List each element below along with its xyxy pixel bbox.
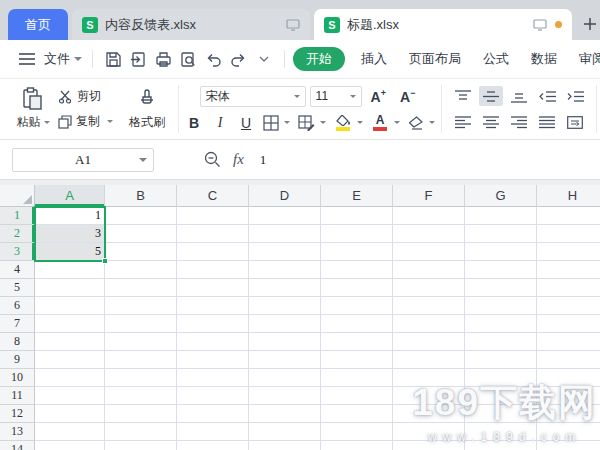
document-tab-title[interactable]: S 标题.xlsx [314, 9, 572, 40]
cell-A9[interactable] [35, 351, 105, 369]
cell-D5[interactable] [249, 279, 321, 297]
cell-C11[interactable] [177, 387, 249, 405]
cell-D6[interactable] [249, 297, 321, 315]
cell-G6[interactable] [465, 297, 537, 315]
cell-F6[interactable] [393, 297, 465, 315]
cell-C5[interactable] [177, 279, 249, 297]
ribbon-tab-formulas[interactable]: 公式 [472, 50, 520, 68]
align-bottom-button[interactable] [507, 86, 531, 106]
cell-B12[interactable] [105, 405, 177, 423]
insert-function-icon[interactable]: fx [233, 151, 244, 168]
align-top-button[interactable] [451, 86, 475, 106]
draw-border-button[interactable] [296, 115, 328, 131]
align-center-button[interactable] [479, 112, 503, 132]
ribbon-tab-insert[interactable]: 插入 [350, 50, 398, 68]
ribbon-tab-home[interactable]: 开始 [293, 47, 345, 71]
cell-H12[interactable] [537, 405, 600, 423]
zoom-out-formula-icon[interactable] [204, 151, 221, 168]
cell-A7[interactable] [35, 315, 105, 333]
cell-A14[interactable] [35, 441, 105, 450]
cell-G4[interactable] [465, 261, 537, 279]
cell-E3[interactable] [321, 243, 393, 261]
font-name-select[interactable]: 宋体 [200, 86, 306, 107]
redo-button[interactable] [226, 47, 251, 72]
cell-G2[interactable] [465, 225, 537, 243]
cell-D10[interactable] [249, 369, 321, 387]
more-quick-commands-button[interactable] [251, 47, 276, 72]
cell-G8[interactable] [465, 333, 537, 351]
cell-G3[interactable] [465, 243, 537, 261]
decrease-font-size-button[interactable]: A− [395, 88, 420, 105]
cell-G10[interactable] [465, 369, 537, 387]
cell-G13[interactable] [465, 423, 537, 441]
cell-C4[interactable] [177, 261, 249, 279]
home-tab[interactable]: 首页 [8, 9, 68, 40]
cell-B10[interactable] [105, 369, 177, 387]
cell-D14[interactable] [249, 441, 321, 450]
row-header-13[interactable]: 13 [0, 423, 35, 441]
cell-A6[interactable] [35, 297, 105, 315]
cut-button[interactable]: 剪切 [58, 88, 122, 105]
cell-G14[interactable] [465, 441, 537, 450]
cell-H4[interactable] [537, 261, 600, 279]
cell-A2[interactable]: 3 [35, 225, 105, 243]
cell-B8[interactable] [105, 333, 177, 351]
cell-G9[interactable] [465, 351, 537, 369]
cell-G1[interactable] [465, 207, 537, 225]
cell-E8[interactable] [321, 333, 393, 351]
cell-F7[interactable] [393, 315, 465, 333]
cell-G5[interactable] [465, 279, 537, 297]
document-tab-feedback[interactable]: S 内容反馈表.xlsx [72, 9, 310, 40]
column-header-D[interactable]: D [249, 185, 321, 207]
font-color-button[interactable]: A [369, 115, 402, 131]
format-painter-button[interactable]: 格式刷 [122, 87, 172, 131]
cell-F12[interactable] [393, 405, 465, 423]
cell-F10[interactable] [393, 369, 465, 387]
cell-D3[interactable] [249, 243, 321, 261]
cell-H7[interactable] [537, 315, 600, 333]
cell-H14[interactable] [537, 441, 600, 450]
font-size-select[interactable]: 11 [310, 86, 362, 107]
cell-E6[interactable] [321, 297, 393, 315]
cell-F5[interactable] [393, 279, 465, 297]
ribbon-tab-page-layout[interactable]: 页面布局 [398, 50, 472, 68]
cell-C7[interactable] [177, 315, 249, 333]
cell-C8[interactable] [177, 333, 249, 351]
cell-B7[interactable] [105, 315, 177, 333]
column-header-C[interactable]: C [177, 185, 249, 207]
cell-B4[interactable] [105, 261, 177, 279]
increase-indent-button[interactable] [563, 86, 587, 106]
cell-C13[interactable] [177, 423, 249, 441]
cell-B11[interactable] [105, 387, 177, 405]
cell-E12[interactable] [321, 405, 393, 423]
cell-A13[interactable] [35, 423, 105, 441]
export-button[interactable] [126, 47, 151, 72]
new-tab-button[interactable] [580, 12, 600, 36]
cell-G12[interactable] [465, 405, 537, 423]
cell-D4[interactable] [249, 261, 321, 279]
column-header-E[interactable]: E [321, 185, 393, 207]
cell-C14[interactable] [177, 441, 249, 450]
cell-F14[interactable] [393, 441, 465, 450]
cell-F13[interactable] [393, 423, 465, 441]
cell-D11[interactable] [249, 387, 321, 405]
cell-C1[interactable] [177, 207, 249, 225]
cell-B9[interactable] [105, 351, 177, 369]
cell-E10[interactable] [321, 369, 393, 387]
row-header-1[interactable]: 1 [0, 207, 35, 225]
row-header-3[interactable]: 3 [0, 243, 35, 261]
fill-color-button[interactable] [332, 115, 365, 131]
formula-input[interactable]: 1 [260, 152, 600, 168]
ribbon-tab-review[interactable]: 审阅 [568, 50, 600, 68]
cell-B5[interactable] [105, 279, 177, 297]
cell-C3[interactable] [177, 243, 249, 261]
cell-E11[interactable] [321, 387, 393, 405]
row-header-2[interactable]: 2 [0, 225, 35, 243]
cell-E5[interactable] [321, 279, 393, 297]
cell-G7[interactable] [465, 315, 537, 333]
clear-format-button[interactable] [406, 116, 437, 130]
name-box[interactable]: A1 [12, 148, 154, 172]
cell-A11[interactable] [35, 387, 105, 405]
cell-A1[interactable]: 1 [35, 207, 105, 225]
cell-D12[interactable] [249, 405, 321, 423]
